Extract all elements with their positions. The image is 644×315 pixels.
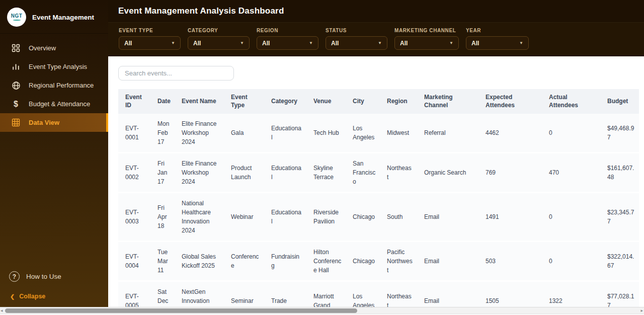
table-cell: $161,607.48 (600, 153, 639, 193)
table-cell: 470 (542, 153, 600, 193)
filter-select-status[interactable]: All▼ (326, 36, 387, 50)
table-row: EVT-0004Tue Mar 11Global Sales Kickoff 2… (118, 242, 639, 281)
filter-label: YEAR (466, 28, 529, 33)
table-cell: EVT-0002 (118, 153, 150, 193)
filter-value: All (262, 40, 270, 47)
filter-select-category[interactable]: All▼ (188, 36, 250, 50)
events-table-wrap: Event IDDateEvent NameEvent TypeCategory… (118, 89, 644, 308)
table-cell: Marriott Grand (306, 281, 346, 308)
column-header-expected-attendees: Expected Attendees (478, 89, 542, 114)
logo-swoosh (13, 20, 21, 21)
table-cell: Educational (264, 153, 306, 193)
chevron-down-icon: ▼ (519, 41, 523, 45)
column-header-actual-attendees: Actual Attendees (542, 89, 600, 114)
table-cell: Los Angeles (346, 281, 380, 308)
chevron-down-icon: ▼ (171, 41, 175, 45)
filter-value: All (400, 40, 408, 47)
table-cell: Skyline Terrace (306, 153, 346, 193)
sidebar-item-label: Overview (29, 44, 56, 52)
sidebar-item-budget-attendance[interactable]: $Budget & Attendance (0, 95, 108, 113)
table-cell: Hilton Conference Hall (306, 242, 346, 281)
table-cell: Global Sales Kickoff 2025 (175, 242, 224, 281)
column-header-budget: Budget (600, 89, 639, 114)
scroll-left-icon[interactable]: ◂ (1, 308, 3, 313)
table-cell: Fri Jan 17 (150, 153, 175, 193)
table-cell: Northeast (380, 281, 417, 308)
table-cell: $49,468.97 (600, 114, 639, 153)
column-header-marketing-channel: Marketing Channel (417, 89, 478, 114)
collapse-sidebar-button[interactable]: ❮ Collapse (0, 287, 108, 302)
sidebar-item-overview[interactable]: Overview (0, 39, 108, 57)
sidebar-item-event-type-analysis[interactable]: Event Type Analysis (0, 57, 108, 76)
filter-label: EVENT TYPE (119, 28, 181, 33)
table-cell: Gala (224, 114, 264, 153)
chevron-down-icon: ▼ (240, 41, 244, 45)
table-cell: 769 (478, 153, 542, 193)
chevron-left-icon: ❮ (10, 294, 15, 299)
table-cell: 1505 (478, 281, 542, 308)
table-cell: Mon Feb 17 (150, 114, 175, 153)
sidebar-item-how-to-use[interactable]: ? How to Use (0, 266, 108, 287)
filter-select-region[interactable]: All▼ (257, 36, 318, 50)
table-cell: Educational (264, 114, 306, 153)
events-table: Event IDDateEvent NameEvent TypeCategory… (118, 89, 639, 308)
table-cell: Fri Apr 18 (150, 193, 175, 242)
logo-text: NGT (11, 14, 23, 19)
table-header-row: Event IDDateEvent NameEvent TypeCategory… (118, 89, 639, 114)
filter-group-marketing-channel: MARKETING CHANNELAll▼ (394, 28, 459, 56)
sidebar-item-data-view[interactable]: Data View (0, 113, 108, 132)
table-cell: Email (417, 193, 478, 242)
column-header-category: Category (264, 89, 306, 114)
top-bar: Event Management Analysis Dashboard (108, 0, 644, 22)
table-cell: 0 (542, 193, 600, 242)
column-header-venue: Venue (306, 89, 346, 114)
filter-select-marketing-channel[interactable]: All▼ (394, 36, 459, 50)
sidebar-item-regional-performance[interactable]: Regional Performance (0, 76, 108, 95)
table-cell: NextGen Innovation Forum 2024 (175, 281, 224, 308)
filter-value: All (471, 40, 479, 47)
table-cell: $77,028.17 (600, 281, 639, 308)
column-header-region: Region (380, 89, 417, 114)
table-cell: Tech Hub (306, 114, 346, 153)
table-cell: 1491 (478, 193, 542, 242)
table-cell: EVT-0001 (118, 114, 150, 153)
table-cell: Elite Finance Workshop 2024 (175, 153, 224, 193)
sidebar-nav: OverviewEvent Type AnalysisRegional Perf… (0, 39, 108, 132)
sidebar: NGT Event Management OverviewEvent Type … (0, 0, 108, 308)
sidebar-item-label: Regional Performance (29, 82, 94, 89)
filter-value: All (331, 40, 339, 47)
search-input[interactable] (118, 66, 234, 81)
filter-label: STATUS (326, 28, 387, 33)
filter-select-year[interactable]: All▼ (466, 36, 529, 50)
filter-group-category: CATEGORYAll▼ (188, 28, 250, 56)
column-header-event-name: Event Name (175, 89, 224, 114)
page-title: Event Management Analysis Dashboard (118, 6, 284, 16)
chevron-down-icon: ▼ (378, 41, 382, 45)
app-title: Event Management (32, 14, 94, 21)
table-cell: Webinar (224, 193, 264, 242)
table-cell: Midwest (380, 114, 417, 153)
table-cell: $322,014.67 (600, 242, 639, 281)
filter-select-event-type[interactable]: All▼ (119, 36, 181, 50)
grid-icon (11, 43, 21, 53)
column-header-date: Date (150, 89, 175, 114)
table-cell: National Healthcare Innovation 2024 (175, 193, 224, 242)
scroll-right-icon[interactable]: ▸ (640, 308, 643, 313)
table-body: EVT-0001Mon Feb 17Elite Finance Workshop… (118, 114, 639, 308)
filter-group-region: REGIONAll▼ (257, 28, 318, 56)
help-label: How to Use (26, 273, 61, 280)
table-cell: Chicago (346, 193, 380, 242)
table-row: EVT-0002Fri Jan 17Elite Finance Workshop… (118, 153, 639, 193)
event-management-dashboard: NGT Event Management OverviewEvent Type … (0, 0, 644, 315)
filter-value: All (193, 40, 201, 47)
horizontal-scrollbar[interactable]: ◂ ▸ (0, 307, 644, 313)
scrollbar-thumb[interactable] (5, 308, 357, 313)
table-cell: $23,345.77 (600, 193, 639, 242)
table-cell: Organic Search (417, 153, 478, 193)
app-logo: NGT (7, 8, 26, 27)
table-cell: EVT-0003 (118, 193, 150, 242)
dollar-icon: $ (11, 99, 21, 109)
table-cell: Seminar (224, 281, 264, 308)
globe-icon (11, 81, 21, 90)
bar-chart-icon (11, 62, 21, 71)
